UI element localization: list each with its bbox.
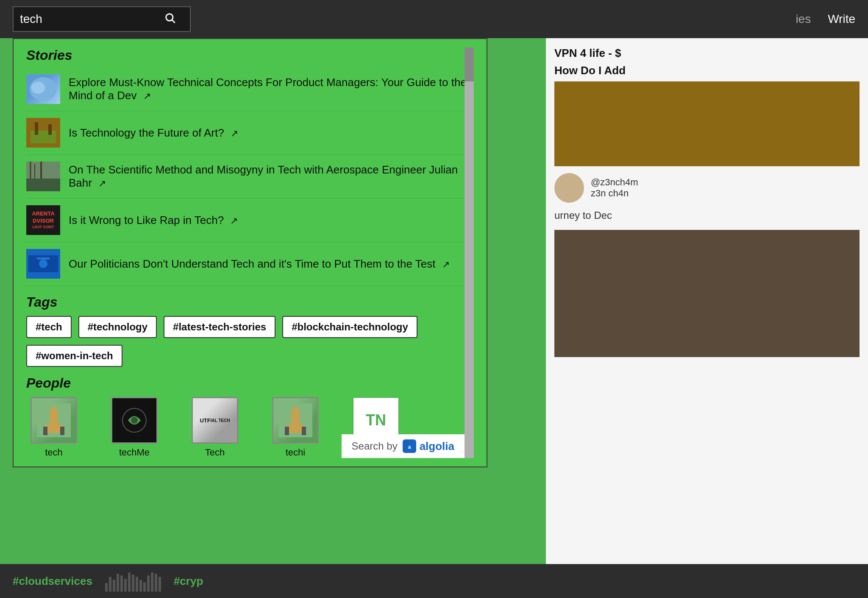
story-item[interactable]: Explore Must-Know Technical Concepts For… xyxy=(26,67,474,111)
story-thumb-2 xyxy=(26,118,60,148)
person-tech[interactable]: tech xyxy=(26,397,81,458)
tags-section-title: Tags xyxy=(26,294,474,310)
story-title-2: Is Technology the Future of Art? ↗ xyxy=(69,126,238,140)
scrollbar-thumb[interactable] xyxy=(465,48,474,81)
search-input[interactable] xyxy=(20,12,164,26)
story-thumb-3 xyxy=(26,162,60,191)
svg-point-26 xyxy=(50,406,57,413)
tag-tech[interactable]: #tech xyxy=(26,316,72,338)
svg-rect-10 xyxy=(35,122,38,135)
person-avatar-techi xyxy=(272,397,319,444)
svg-line-1 xyxy=(172,20,175,22)
scrollbar[interactable] xyxy=(465,48,474,458)
svg-rect-24 xyxy=(43,427,47,435)
svg-rect-31 xyxy=(287,425,304,433)
tag-technology[interactable]: #technology xyxy=(78,316,157,338)
tag-women-in-tech[interactable]: #women-in-tech xyxy=(26,345,122,367)
svg-rect-11 xyxy=(48,124,52,135)
right-top-nav: ies Write xyxy=(546,0,868,38)
person-tech2[interactable]: UTF IAL TECH Tech xyxy=(187,397,242,458)
story-title-3: On The Scientific Method and Misogyny in… xyxy=(69,163,474,190)
person-avatar-tech2: UTF IAL TECH xyxy=(192,397,238,444)
search-box[interactable] xyxy=(13,6,191,32)
right-article-title-1: VPN 4 life - $ xyxy=(554,47,860,60)
dropdown-panel: Stories Explore Must-Know Technical Conc… xyxy=(13,38,487,467)
svg-point-29 xyxy=(131,417,138,424)
avatar-username: @z3nch4m xyxy=(591,177,638,188)
person-name-tech: tech xyxy=(45,447,63,458)
story-title-1: Explore Must-Know Technical Concepts For… xyxy=(69,76,474,102)
journey-text: urney to Dec xyxy=(554,210,860,221)
svg-rect-34 xyxy=(302,427,306,435)
story-thumb-5 xyxy=(26,249,60,279)
right-article-title-2: How Do I Add xyxy=(554,64,860,77)
person-name-tech2: Tech xyxy=(205,447,225,458)
svg-rect-13 xyxy=(26,179,60,191)
svg-rect-23 xyxy=(50,412,58,425)
story-title-4: Is it Wrong to Like Rap in Tech? ↗ xyxy=(69,214,238,227)
people-section-title: People xyxy=(26,375,474,391)
story-item[interactable]: Our Politicians Don't Understand Tech an… xyxy=(26,242,474,286)
bottom-bar: #cloudservices #cryp xyxy=(0,564,868,598)
story-item[interactable]: Is Technology the Future of Art? ↗ xyxy=(26,111,474,155)
tags-container: #tech #technology #latest-tech-stories #… xyxy=(26,316,474,367)
story-thumb-1 xyxy=(26,74,60,104)
svg-rect-22 xyxy=(45,425,62,433)
person-avatar-techme xyxy=(111,397,158,444)
bottom-bar-graph xyxy=(105,570,161,592)
story-thumb-4: ARENTA DVISOR LICIT CONT xyxy=(26,205,60,235)
right-article-image xyxy=(554,81,860,166)
svg-rect-32 xyxy=(291,412,300,425)
svg-point-7 xyxy=(31,82,45,94)
tag-blockchain[interactable]: #blockchain-technology xyxy=(282,316,417,338)
svg-rect-25 xyxy=(60,427,64,435)
bottom-tag-cryp[interactable]: #cryp xyxy=(174,575,203,588)
svg-rect-20 xyxy=(37,257,50,260)
story-item[interactable]: On The Scientific Method and Misogyny in… xyxy=(26,155,474,198)
search-button[interactable] xyxy=(164,12,176,26)
nav-stories[interactable]: ies xyxy=(796,12,811,26)
right-panel: ies Write VPN 4 life - $ How Do I Add @z… xyxy=(546,0,868,598)
person-avatar-tech xyxy=(31,397,77,444)
person-name-techi: techi xyxy=(286,447,305,458)
avatar xyxy=(554,173,584,203)
svg-rect-9 xyxy=(31,131,56,143)
svg-rect-33 xyxy=(285,427,289,435)
right-content: VPN 4 life - $ How Do I Add @z3nch4m z3n… xyxy=(546,38,868,366)
person-techi[interactable]: techi xyxy=(268,397,323,458)
algolia-text: algolia xyxy=(420,440,454,453)
tag-latest-tech[interactable]: #latest-tech-stories xyxy=(164,316,275,338)
svg-point-35 xyxy=(292,406,299,413)
search-by-footer: Search by a algolia xyxy=(342,434,465,458)
person-name-techme: techMe xyxy=(119,447,150,458)
svg-point-19 xyxy=(39,260,47,268)
avatar-sub: z3n ch4n xyxy=(591,188,638,199)
bottom-tag-cloudservices[interactable]: #cloudservices xyxy=(13,575,92,588)
story-item[interactable]: ARENTA DVISOR LICIT CONT Is it Wrong to … xyxy=(26,198,474,242)
avatar-row: @z3nch4m z3n ch4n xyxy=(554,173,860,203)
svg-point-0 xyxy=(166,14,173,21)
story-title-5: Our Politicians Don't Understand Tech an… xyxy=(69,257,450,271)
right-image-2 xyxy=(554,230,860,357)
person-techme[interactable]: techMe xyxy=(107,397,162,458)
search-by-label: Search by xyxy=(352,440,398,452)
algolia-logo: a algolia xyxy=(403,439,454,453)
svg-text:a: a xyxy=(408,444,411,450)
stories-section-title: Stories xyxy=(26,48,474,63)
nav-write[interactable]: Write xyxy=(828,12,855,26)
